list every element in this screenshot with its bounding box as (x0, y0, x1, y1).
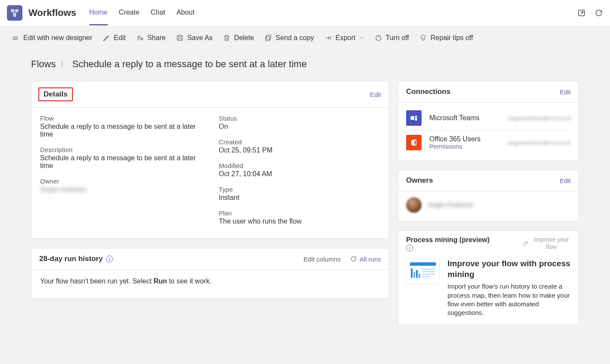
owners-card: Owners Edit Angie Andrews (398, 170, 579, 222)
connection-account: angieandrews@microsoft (507, 140, 571, 146)
owner-value: Angie Andrews (40, 186, 202, 193)
description-value: Schedule a reply to a message to be sent… (40, 154, 202, 170)
tab-home[interactable]: Home (89, 9, 108, 25)
info-icon[interactable]: i (106, 255, 113, 262)
all-runs-link[interactable]: All runs (350, 255, 381, 263)
turn-off-button[interactable]: Turn off (375, 34, 409, 42)
share-button[interactable]: Share (136, 34, 166, 42)
send-copy-button[interactable]: Send a copy (264, 34, 314, 42)
refresh-icon (350, 255, 357, 262)
svg-rect-7 (267, 35, 271, 39)
top-bar: Workflows Home Create Chat About (0, 0, 610, 26)
tab-about[interactable]: About (176, 9, 194, 25)
external-link-icon (522, 240, 529, 246)
repair-tips-label: Repair tips off (431, 34, 473, 42)
breadcrumb-root[interactable]: Flows (31, 59, 56, 70)
plan-value: The user who runs the flow (219, 218, 381, 225)
repair-tips-button[interactable]: Repair tips off (419, 34, 473, 42)
info-icon[interactable]: i (406, 245, 413, 252)
app-icon (7, 5, 22, 21)
nav-tabs: Home Create Chat About (89, 5, 194, 22)
svg-rect-21 (422, 276, 431, 277)
improve-flow-link[interactable]: Improve your flow (522, 236, 571, 251)
created-value: Oct 25, 09:51 PM (219, 146, 381, 154)
send-copy-label: Send a copy (275, 34, 314, 42)
connection-account: angieandrews@microsoft (507, 115, 571, 121)
created-label: Created (219, 138, 381, 146)
type-label: Type (219, 186, 381, 193)
office-icon (406, 135, 422, 150)
details-card: Details Edit Flow Schedule a reply to a … (31, 81, 389, 239)
svg-rect-16 (416, 270, 418, 278)
avatar (406, 197, 422, 213)
flow-value: Schedule a reply to a message to be sent… (40, 123, 202, 138)
modified-label: Modified (219, 162, 381, 169)
svg-rect-20 (422, 274, 435, 275)
svg-rect-8 (266, 37, 270, 41)
run-history-message: Your flow hasn't been run yet. Select Ru… (31, 270, 389, 298)
delete-button[interactable]: Delete (223, 34, 254, 42)
edit-button[interactable]: Edit (103, 34, 126, 42)
tab-create[interactable]: Create (119, 9, 140, 25)
edit-new-designer-button[interactable]: Edit with new designer (12, 34, 92, 42)
svg-rect-12 (415, 118, 417, 121)
edit-label: Edit (114, 34, 126, 42)
details-edit-link[interactable]: Edit (370, 91, 381, 98)
svg-point-1 (16, 9, 18, 12)
main-area: Flows 〉 Schedule a reply to a message to… (0, 50, 610, 364)
owners-edit-link[interactable]: Edit (560, 177, 571, 184)
popout-icon[interactable] (577, 9, 586, 17)
svg-rect-17 (419, 274, 420, 278)
owners-title: Owners (406, 176, 433, 185)
breadcrumb-current: Schedule a reply to a message to be sent… (72, 59, 307, 70)
save-as-label: Save As (187, 34, 213, 42)
tab-chat[interactable]: Chat (151, 9, 166, 25)
process-mining-title: Process mining (preview) (406, 236, 490, 244)
edit-columns-link[interactable]: Edit columns (303, 255, 341, 263)
connections-card: Connections Edit Microsoft Teams angiean… (398, 81, 579, 161)
owner-label: Owner (40, 177, 202, 185)
details-title: Details (38, 87, 73, 101)
command-bar: Edit with new designer Edit Share Save A… (0, 26, 610, 50)
chevron-right-icon: 〉 (60, 59, 68, 69)
breadcrumb: Flows 〉 Schedule a reply to a message to… (8, 50, 602, 81)
svg-point-4 (138, 36, 140, 38)
svg-rect-19 (422, 271, 435, 272)
permissions-link[interactable]: Permissions (429, 143, 481, 150)
connections-edit-link[interactable]: Edit (560, 88, 571, 96)
process-mining-card: Process mining (preview) i Improve your … (398, 230, 579, 325)
modified-value: Oct 27, 10:04 AM (219, 170, 381, 178)
plan-label: Plan (219, 209, 381, 217)
run-history-card: 28-day run history i Edit columns All ru… (31, 248, 389, 299)
turn-off-label: Turn off (386, 34, 409, 42)
side-column: Connections Edit Microsoft Teams angiean… (398, 81, 579, 325)
main-column: Details Edit Flow Schedule a reply to a … (31, 81, 389, 325)
delete-label: Delete (234, 34, 254, 42)
export-label: Export (335, 34, 355, 42)
export-button[interactable]: Export (324, 34, 364, 42)
content-row: Details Edit Flow Schedule a reply to a … (8, 81, 602, 325)
type-value: Instant (219, 194, 381, 202)
connection-item: Microsoft Teams angieandrews@microsoft (406, 106, 571, 131)
refresh-icon[interactable] (594, 9, 603, 17)
teams-icon (406, 110, 422, 126)
process-mining-heading: Improve your flow with process mining (447, 258, 571, 280)
app-title: Workflows (28, 7, 76, 19)
svg-point-0 (11, 9, 13, 12)
svg-rect-15 (413, 272, 415, 278)
run-history-title: 28-day run history (39, 255, 103, 263)
connection-item: Office 365 Users Permissions angieandrew… (406, 131, 571, 155)
svg-rect-13 (410, 262, 436, 266)
connections-title: Connections (406, 87, 450, 96)
save-as-button[interactable]: Save As (176, 34, 213, 42)
process-map-icon (406, 258, 440, 284)
owner-item: Angie Andrews (406, 197, 571, 213)
svg-point-11 (415, 115, 417, 118)
svg-rect-14 (411, 268, 413, 278)
chevron-down-icon (359, 35, 364, 40)
flow-label: Flow (40, 115, 202, 122)
description-label: Description (40, 146, 202, 153)
status-label: Status (219, 115, 381, 122)
owner-name: Angie Andrews (428, 201, 474, 209)
connection-name: Microsoft Teams (429, 114, 479, 122)
